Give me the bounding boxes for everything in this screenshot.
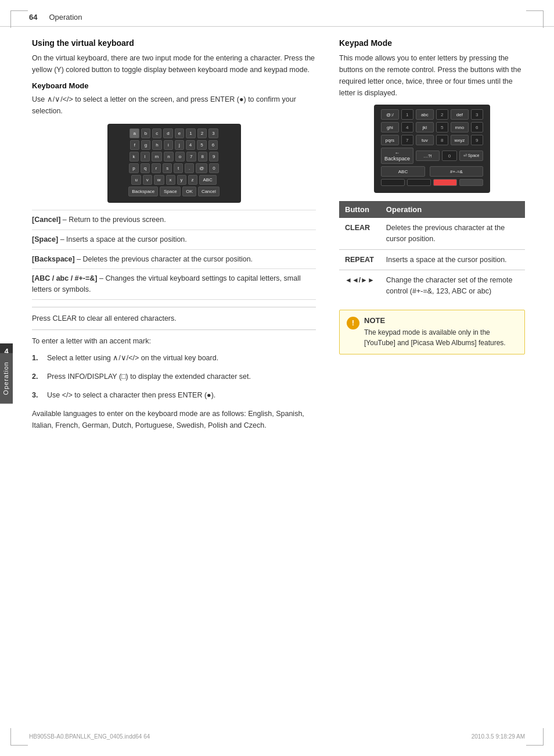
- step-2: 2. Press INFO/DISPLAY (□) to display the…: [32, 371, 316, 382]
- note-icon: !: [347, 317, 359, 329]
- button-arrows: ◄◄/►►: [339, 270, 380, 302]
- table-row: REPEAT Inserts a space at the cursor pos…: [339, 249, 525, 270]
- keyboard-items-list: [Cancel] – Return to the previous screen…: [32, 210, 316, 300]
- keyboard-mode-desc: Use ∧/∨/</> to select a letter on the sc…: [32, 94, 316, 117]
- step-1: 1. Select a letter using ∧/∨/</> on the …: [32, 352, 316, 364]
- table-row: ◄◄/►► Change the character set of the re…: [339, 270, 525, 302]
- footer-right: 2010.3.5 9:18:29 AM: [472, 733, 525, 740]
- page-footer: HB905SB-A0.BPANLLK_ENG_0405.indd64 64 20…: [29, 733, 525, 740]
- right-column: Keypad Mode This mode allows you to ente…: [339, 38, 525, 431]
- numbered-steps: 1. Select a letter using ∧/∨/</> on the …: [32, 352, 316, 401]
- list-item-backspace: [Backspace] – Deletes the previous chara…: [32, 250, 316, 270]
- corner-border-br: [526, 728, 544, 746]
- list-item-space: [Space] – Inserts a space at the cursor …: [32, 230, 316, 250]
- list-item-abc: [ABC / abc / #+-=&] – Changes the virtua…: [32, 269, 316, 300]
- table-row: CLEAR Deletes the previous character at …: [339, 218, 525, 249]
- op-repeat: Inserts a space at the cursor position.: [380, 249, 525, 270]
- page-header: 64 Operation: [0, 0, 554, 27]
- page-section-title: Operation: [49, 13, 82, 22]
- keypad-mode-desc: This mode allows you to enter letters by…: [339, 52, 525, 99]
- divider-1: [32, 307, 316, 307]
- main-title: Using the virtual keyboard: [32, 38, 316, 48]
- keypad-mode-title: Keypad Mode: [339, 38, 525, 48]
- footer-left: HB905SB-A0.BPANLLK_ENG_0405.indd64 64: [29, 733, 150, 740]
- note-text: The keypad mode is available only in the…: [364, 327, 517, 348]
- left-column: Using the virtual keyboard On the virtua…: [32, 38, 322, 431]
- corner-border-tr: [526, 10, 544, 28]
- accent-intro: To enter a letter with an accent mark:: [32, 337, 316, 345]
- corner-border-bl: [10, 728, 28, 746]
- op-clear: Deletes the previous character at the cu…: [380, 218, 525, 249]
- list-item-cancel: [Cancel] – Return to the previous screen…: [32, 210, 316, 230]
- content-wrapper: Using the virtual keyboard On the virtua…: [0, 27, 554, 443]
- corner-border-tl: [10, 10, 28, 28]
- operation-table: Button Operation CLEAR Deletes the previ…: [339, 201, 525, 302]
- op-arrows: Change the character set of the remote c…: [380, 270, 525, 302]
- table-header-operation: Operation: [380, 201, 525, 218]
- page-number: 64: [29, 13, 37, 22]
- note-label: NOTE: [364, 316, 517, 325]
- keypad-image: @:/ 1 abc 2 def 3 ghi 4 jkl 5 mno 6 pqrs…: [374, 105, 490, 193]
- button-repeat: REPEAT: [339, 249, 380, 270]
- press-clear-text: Press CLEAR to clear all entered charact…: [32, 314, 316, 323]
- keyboard-mode-title: Keyboard Mode: [32, 81, 316, 90]
- available-languages: Available languages to enter on the keyb…: [32, 408, 316, 431]
- note-content: NOTE The keypad mode is available only i…: [364, 316, 517, 348]
- side-tab-label: Operation: [0, 353, 13, 403]
- table-header-button: Button: [339, 201, 380, 218]
- divider-2: [32, 329, 316, 330]
- intro-text: On the virtual keyboard, there are two i…: [32, 52, 316, 76]
- step-3: 3. Use </> to select a character then pr…: [32, 389, 316, 401]
- button-clear: CLEAR: [339, 218, 380, 249]
- note-box: ! NOTE The keypad mode is available only…: [339, 310, 525, 354]
- virtual-keyboard-image: a b c d e 1 2 3 f g h i j 4 5 6 k l: [107, 124, 241, 203]
